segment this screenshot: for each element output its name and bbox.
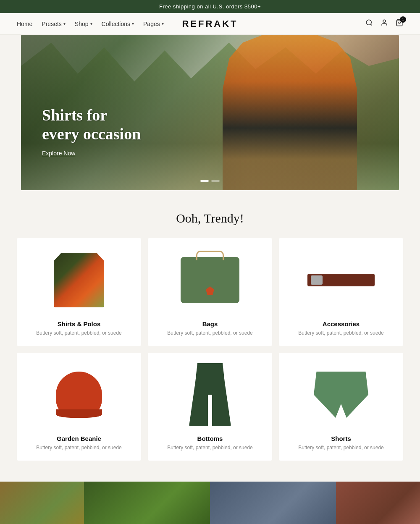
product-card-shorts[interactable]: Shorts Buttery soft, patent, pebbled, or… [279, 353, 403, 461]
svg-point-0 [366, 20, 371, 25]
product-card-beanie[interactable]: Garden Beanie Buttery soft, patent, pebb… [17, 353, 141, 461]
product-name-bottoms: Bottoms [156, 435, 264, 442]
product-card-accessories[interactable]: Accessories Buttery soft, patent, pebble… [279, 238, 403, 346]
product-desc-bags: Buttery soft, patent, pebbled, or suede [156, 330, 264, 336]
product-image-beanie [25, 361, 133, 428]
belt-image [307, 274, 375, 286]
product-name-accessories: Accessories [287, 320, 395, 328]
product-image-shorts [287, 361, 395, 428]
product-card-shirts[interactable]: Shirts & Polos Buttery soft, patent, peb… [17, 238, 141, 346]
bottom-image-4[interactable] [336, 482, 420, 524]
trendy-title: Ooh, Trendy! [17, 211, 403, 225]
bag-image [181, 257, 239, 303]
product-image-accessories [287, 246, 395, 314]
bottom-images-row [0, 473, 420, 524]
nav-right: 1 [365, 19, 403, 29]
cart-count: 1 [400, 16, 406, 23]
product-desc-beanie: Buttery soft, patent, pebbled, or suede [25, 445, 133, 451]
header: Home Presets ▾ Shop ▾ Collections ▾ Page… [0, 13, 420, 35]
product-desc-accessories: Buttery soft, patent, pebbled, or suede [287, 330, 395, 336]
nav-presets[interactable]: Presets ▾ [42, 21, 65, 27]
nav-left: Home Presets ▾ Shop ▾ Collections ▾ Page… [17, 21, 164, 27]
top-banner: Free shipping on all U.S. orders $500+ [0, 0, 420, 13]
shorts-image [314, 372, 368, 418]
hero-cta-button[interactable]: Explore Now [42, 150, 141, 157]
overalls-image [189, 363, 231, 426]
nav-home[interactable]: Home [17, 21, 32, 27]
svg-line-1 [370, 24, 372, 25]
hero-section: Shirts forevery occasion Explore Now [21, 35, 399, 190]
bottom-image-3[interactable] [210, 482, 336, 524]
svg-point-2 [383, 20, 386, 22]
carousel-dot-2[interactable] [211, 180, 220, 182]
hero-content: Shirts forevery occasion Explore Now [42, 106, 141, 157]
bottom-image-2[interactable] [84, 482, 210, 524]
product-name-bags: Bags [156, 320, 264, 328]
product-image-bags [156, 246, 264, 314]
banner-text: Free shipping on all U.S. orders $500+ [159, 3, 261, 10]
carousel-dot-1[interactable] [200, 180, 209, 182]
trendy-section: Ooh, Trendy! Shirts & Polos Buttery soft… [0, 190, 420, 473]
product-desc-shirts: Buttery soft, patent, pebbled, or suede [25, 330, 133, 336]
hero-title: Shirts forevery occasion [42, 106, 141, 144]
bottom-image-1[interactable] [0, 482, 84, 524]
nav-pages[interactable]: Pages ▾ [143, 21, 164, 27]
nav-collections[interactable]: Collections ▾ [102, 21, 134, 27]
product-image-shirts [25, 246, 133, 314]
site-logo[interactable]: REFRAKT [182, 18, 238, 29]
product-desc-bottoms: Buttery soft, patent, pebbled, or suede [156, 445, 264, 451]
nav-shop[interactable]: Shop ▾ [75, 21, 92, 27]
chevron-down-icon: ▾ [63, 21, 66, 26]
product-name-shirts: Shirts & Polos [25, 320, 133, 328]
chevron-down-icon: ▾ [132, 21, 134, 26]
cart-button[interactable]: 1 [396, 19, 403, 29]
product-card-bottoms[interactable]: Bottoms Buttery soft, patent, pebbled, o… [148, 353, 272, 461]
product-image-bottoms [156, 361, 264, 428]
account-button[interactable] [381, 19, 388, 29]
shirt-image [54, 253, 104, 307]
chevron-down-icon: ▾ [162, 21, 164, 26]
product-grid: Shirts & Polos Buttery soft, patent, peb… [17, 238, 403, 461]
product-card-bags[interactable]: Bags Buttery soft, patent, pebbled, or s… [148, 238, 272, 346]
product-name-shorts: Shorts [287, 435, 395, 442]
product-name-beanie: Garden Beanie [25, 435, 133, 442]
beanie-image [56, 372, 102, 418]
hero-carousel-dots [200, 180, 220, 182]
search-button[interactable] [365, 19, 373, 29]
product-desc-shorts: Buttery soft, patent, pebbled, or suede [287, 445, 395, 451]
chevron-down-icon: ▾ [90, 21, 92, 26]
